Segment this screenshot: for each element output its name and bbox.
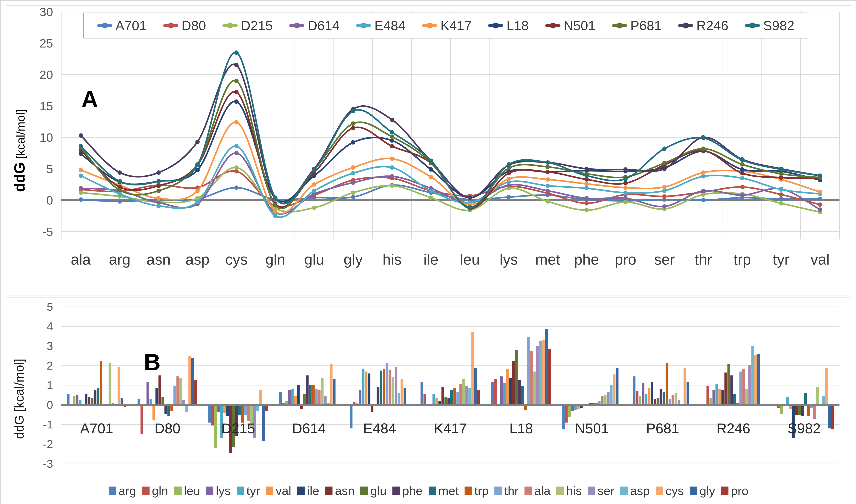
legend-label: D614 <box>308 18 340 33</box>
bar-A701-trp <box>100 361 102 405</box>
marker-R246-ala <box>79 133 83 138</box>
bar-group-K417 <box>421 332 480 405</box>
bar-K417-arg <box>421 382 423 405</box>
bar-S982-his <box>816 387 819 405</box>
marker-L18-trp <box>740 167 744 172</box>
legend-item-trp: trp <box>465 484 489 498</box>
marker-E484-gly <box>351 171 355 175</box>
bar-E484-ile <box>368 374 371 405</box>
panel-b-label: B <box>144 350 160 374</box>
marker-R246-pro <box>623 167 628 172</box>
bar-A701-met <box>97 388 99 405</box>
axis-label: 5 <box>46 162 53 176</box>
marker-S982-asp <box>195 163 200 167</box>
bar-K417-thr <box>456 392 459 405</box>
bar-D614-ser <box>324 396 327 405</box>
bar-K417-ala <box>459 384 462 405</box>
marker-D80-cys <box>234 169 239 174</box>
bar-D614-ala <box>318 390 321 405</box>
marker-D80-tyr <box>779 192 783 197</box>
bar-D80-cys <box>188 356 191 405</box>
panel-b-y-axis-title-text: ddG [kcal/mol] <box>12 359 27 439</box>
marker-D215-tyr <box>779 201 783 205</box>
marker-E484-trp <box>740 176 744 180</box>
axis-label: ser <box>654 251 675 268</box>
marker-S982-gln <box>273 196 277 200</box>
bar-D80-phe <box>165 405 167 414</box>
marker-K417-his <box>390 157 394 161</box>
marker-D614-ser <box>662 204 667 209</box>
marker-E484-phe <box>584 186 589 191</box>
bar-L18-ile <box>509 378 512 405</box>
marker-A701-tyr <box>779 197 783 201</box>
axis-label: D614 <box>292 420 326 436</box>
bar-D215-leu <box>214 405 217 448</box>
legend-label: val <box>276 484 291 498</box>
bar-R246-asp <box>751 346 754 405</box>
legend-label: trp <box>474 484 489 498</box>
bar-L18-tyr <box>503 383 506 405</box>
bar-K417-cys <box>472 332 474 405</box>
marker-R246-arg <box>118 170 122 175</box>
axis-label: D215 <box>221 420 255 436</box>
marker-L18-his <box>390 138 394 143</box>
axis-label: 0 <box>47 398 53 411</box>
bar-D614-met <box>309 385 312 405</box>
axis-label: 25 <box>39 36 53 50</box>
panel-a-label: A <box>81 88 98 111</box>
bar-R246-val <box>718 389 721 405</box>
bar-D80-gly <box>191 358 194 405</box>
bar-K417-asn <box>441 387 444 405</box>
marker-S982-lys <box>507 162 511 167</box>
bar-K417-glu <box>445 397 447 405</box>
legend-label: P681 <box>630 18 662 33</box>
axis-label: L18 <box>509 420 533 436</box>
legend-marker-icon <box>612 24 627 27</box>
marker-D614-pro <box>623 196 628 200</box>
bar-R246-asn <box>724 373 727 405</box>
bar-S982-pro <box>831 405 834 429</box>
marker-L18-ile <box>429 167 433 172</box>
marker-D215-thr <box>701 192 705 197</box>
panel-a-x-categories: alaargasnaspcysglngluglyhisileleulysmetp… <box>71 251 829 268</box>
axis-label: phe <box>574 251 599 268</box>
bar-P681-asn <box>654 399 656 405</box>
bar-D215-lys <box>217 405 220 412</box>
bar-D614-glu <box>303 394 306 405</box>
marker-E484-his <box>390 165 394 170</box>
bar-K417-tyr <box>432 394 435 405</box>
legend-item-asp: asp <box>620 484 650 498</box>
bar-L18-lys <box>500 376 503 405</box>
bar-P681-trp <box>666 363 668 405</box>
marker-N501-cys <box>234 90 239 94</box>
axis-label: R246 <box>717 420 750 436</box>
marker-N501-tyr <box>779 176 783 180</box>
bar-D215-cys <box>259 390 262 405</box>
bar-S982-glu <box>798 405 801 415</box>
legend-label: gly <box>700 484 715 498</box>
bar-N501-his <box>604 395 606 405</box>
bar-D614-val <box>294 396 297 405</box>
panel-a-y-ticks: 302520151050-5 <box>39 5 53 238</box>
panel-b-bar-chart: 543210-1-2-3A701D80D215D614E484K417L18N5… <box>6 298 851 500</box>
marker-E484-asn <box>156 204 161 208</box>
marker-K417-asp <box>195 188 200 193</box>
marker-E484-ser <box>662 188 667 193</box>
marker-K417-gly <box>351 165 355 170</box>
bar-R246-gln <box>706 386 709 405</box>
legend-marker-dot-icon <box>683 22 688 29</box>
legend-label: R246 <box>697 18 729 33</box>
bar-R246-gly <box>757 354 760 405</box>
bar-D215-gln <box>211 405 214 426</box>
axis-label: -1 <box>43 418 53 431</box>
axis-label: 10 <box>39 131 53 144</box>
marker-E484-glu <box>312 188 316 193</box>
marker-E484-gln <box>273 214 277 218</box>
marker-R246-his <box>390 118 394 122</box>
axis-label: trp <box>734 251 751 268</box>
marker-P681-ser <box>662 161 667 165</box>
bar-R246-lys <box>713 390 715 405</box>
axis-label: N501 <box>575 420 609 436</box>
legend-item-ala: ala <box>525 484 551 498</box>
axis-label: asp <box>186 251 210 268</box>
